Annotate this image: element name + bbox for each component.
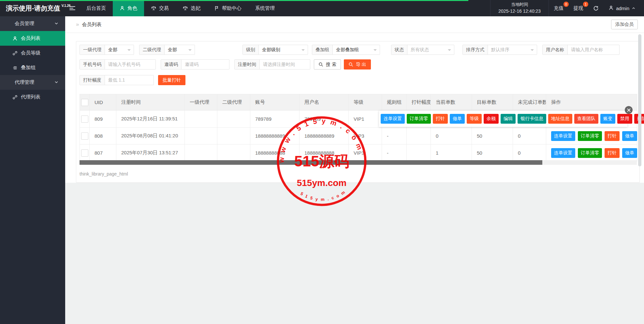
action-button[interactable]: 银行卡信息 xyxy=(518,114,546,124)
select-value: 全部叠加组 xyxy=(336,47,359,53)
sidebar-item-label: 会员等级 xyxy=(21,50,40,56)
filter-6: 排序方式默认排序 xyxy=(462,45,537,55)
filter-row2-1-input[interactable]: 请输入手机号码 xyxy=(105,60,155,69)
action-button[interactable]: 编辑 xyxy=(501,114,516,124)
withdraw-button[interactable]: 提现1 xyxy=(568,0,588,16)
action-button[interactable]: 打针 xyxy=(605,148,620,158)
filter-row2-2-input[interactable]: 邀请码 xyxy=(182,60,229,69)
action-button[interactable]: 连单设置 xyxy=(551,131,575,141)
recharge-button[interactable]: 充值0 xyxy=(549,0,568,16)
filter-row2-1: 手机号码请输入手机号码 xyxy=(80,59,156,69)
action-button[interactable]: 做单 xyxy=(450,114,465,124)
column-header-inject: 打针幅度 xyxy=(407,94,431,111)
action-button[interactable]: 地址信息 xyxy=(548,114,572,124)
brand-text: 演示使用-请勿充值 xyxy=(6,4,60,13)
cell-agent1 xyxy=(185,145,217,162)
top-nav-item-5[interactable]: 帮助中心 xyxy=(207,0,248,16)
filter-label: 叠加组 xyxy=(312,45,333,54)
action-button[interactable]: 订单清零 xyxy=(578,148,602,158)
top-nav-item-3[interactable]: 交易 xyxy=(144,0,176,16)
sidebar-item-3[interactable]: 会员等级 xyxy=(0,46,65,60)
top-nav-item-6[interactable]: 系统管理 xyxy=(248,0,282,16)
refresh-button[interactable] xyxy=(588,6,604,11)
top-nav-item-1[interactable]: 后台首页 xyxy=(80,0,113,16)
user-icon xyxy=(608,5,614,11)
action-button[interactable]: 做单 xyxy=(622,148,637,158)
top-nav-label: 后台首页 xyxy=(86,5,106,11)
action-button[interactable]: 禁用 xyxy=(617,114,632,124)
export-button[interactable]: 导 出 xyxy=(344,59,371,69)
cell-uid: 809 xyxy=(90,111,116,128)
row-checkbox[interactable] xyxy=(81,149,88,157)
action-button[interactable]: 订单清零 xyxy=(578,131,602,141)
action-button[interactable]: 打针 xyxy=(433,114,448,124)
debug-footer-note: think_library_page_html xyxy=(80,171,128,177)
filter-label: 排序方式 xyxy=(463,45,488,54)
cell-account: 789789 xyxy=(250,111,300,128)
filter-6-select[interactable]: 默认排序 xyxy=(488,45,537,54)
action-button[interactable]: 查看团队 xyxy=(574,114,598,124)
filter-3-select[interactable]: 全部级别 xyxy=(259,45,308,54)
column-header-unfinished: 未完成订单数 xyxy=(513,94,546,111)
sidebar-item-4[interactable]: 叠加组 xyxy=(0,60,65,75)
action-button[interactable]: 做单 xyxy=(622,131,637,141)
action-button[interactable]: 订单清零 xyxy=(407,114,431,124)
action-button[interactable]: 账变 xyxy=(600,114,615,124)
user-name: admin xyxy=(616,6,629,11)
horizontal-scrollbar-track[interactable] xyxy=(80,160,637,165)
filter-1-select[interactable]: 全部 xyxy=(105,45,134,54)
sidebar-item-label: 叠加组 xyxy=(21,65,36,71)
actions-cell: 连单设置订单清零打针做单 xyxy=(546,145,637,162)
action-button[interactable]: 打针 xyxy=(605,131,620,141)
row-checkbox[interactable] xyxy=(81,132,88,140)
column-header-account: 账号 xyxy=(250,94,300,111)
input-placeholder: 最低 1.1 xyxy=(108,77,125,83)
search-button[interactable]: 搜 索 xyxy=(314,59,341,69)
filter-row2-3-input[interactable]: 请选择注册时间 xyxy=(260,60,310,69)
top-nav-item-4[interactable]: 选妃 xyxy=(176,0,207,16)
filter-row-3: 打针幅度最低 1.1批量打针 xyxy=(80,75,185,85)
search-button-label: 搜 索 xyxy=(326,62,336,68)
add-member-button[interactable]: 添加会员 xyxy=(611,20,638,29)
local-time-value: 2025-12-16 12:40:23 xyxy=(498,8,541,15)
filter-2: 二级代理全部 xyxy=(139,45,195,55)
cell-uid: 807 xyxy=(90,145,116,162)
notification-badge: 0 xyxy=(564,2,569,7)
list-icon xyxy=(12,65,18,70)
top-nav: 后台首页角色交易选妃帮助中心系统管理 xyxy=(80,0,282,16)
filter-4-select[interactable]: 全部叠加组 xyxy=(333,45,380,54)
action-button[interactable]: 余额 xyxy=(484,114,499,124)
sidebar-group-label: 会员管理 xyxy=(15,21,34,27)
filter-label: 状态 xyxy=(391,45,407,54)
inject-range-input[interactable]: 最低 1.1 xyxy=(105,75,154,85)
horizontal-scrollbar-thumb[interactable] xyxy=(80,160,542,165)
filter-7-input[interactable]: 请输入用户名称 xyxy=(568,45,619,54)
close-icon[interactable] xyxy=(625,106,633,114)
sidebar-collapse-button[interactable] xyxy=(65,0,80,16)
quick-label: 提现 xyxy=(573,5,583,11)
row-checkbox[interactable] xyxy=(81,116,88,123)
user-menu[interactable]: admin xyxy=(604,5,644,11)
cell-username: 18888888888 xyxy=(300,145,349,162)
sidebar-item-2[interactable]: 会员列表 xyxy=(0,31,65,46)
local-time-label: 当地时间 xyxy=(498,1,541,8)
sidebar-group-1[interactable]: 会员管理 xyxy=(0,16,65,31)
filter-2-select[interactable]: 全部 xyxy=(165,45,195,54)
filter-row2-3: 注册时间请选择注册时间 xyxy=(234,59,310,69)
action-button[interactable]: 连单设置 xyxy=(381,114,405,124)
vertical-scrollbar-thumb[interactable] xyxy=(638,34,641,166)
table-row: 8082025年08月08日 01:41:2018888888889188888… xyxy=(80,128,637,145)
sidebar-group-5[interactable]: 代理管理 xyxy=(0,75,65,90)
breadcrumb-bar: » 会员列表 添加会员 xyxy=(65,16,644,33)
person-icon xyxy=(608,5,614,10)
action-button[interactable]: 连单设置 xyxy=(551,148,575,158)
filter-5-select[interactable]: 所有状态 xyxy=(407,45,454,54)
top-nav-item-2[interactable]: 角色 xyxy=(113,0,144,16)
batch-inject-button[interactable]: 批量打针 xyxy=(158,75,185,85)
row-select-cell xyxy=(80,111,90,128)
sidebar-item-6[interactable]: 代理列表 xyxy=(0,90,65,104)
action-button[interactable]: 等级 xyxy=(467,114,482,124)
select-all-checkbox[interactable] xyxy=(81,99,88,106)
refresh-icon xyxy=(593,6,599,11)
actions-cell: 连单设置订单清零打针做单 xyxy=(546,128,637,145)
